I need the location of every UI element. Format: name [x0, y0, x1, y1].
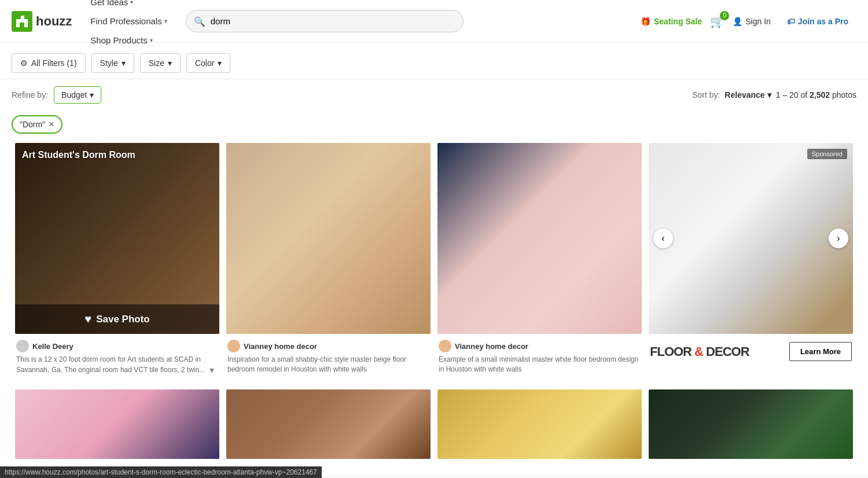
ad-card: Sponsored ‹ › FLOOR & DECOR Learn More [645, 143, 856, 389]
photo-card-8 [645, 389, 856, 470]
sort-dropdown[interactable]: Relevance ▾ [724, 90, 771, 100]
author-avatar-1 [16, 340, 29, 352]
photo-image-1[interactable]: Art Student's Dorm Room ♥ Save Photo [15, 143, 219, 334]
size-filter-button[interactable]: Size ▾ [140, 53, 181, 73]
author-avatar-3 [439, 340, 451, 352]
photo-author-3: Vianney home decor [439, 340, 641, 352]
photo-grid: Art Student's Dorm Room ♥ Save Photo Kel… [0, 143, 868, 389]
remove-filter-icon: ✕ [49, 120, 54, 128]
photo-image-8[interactable] [649, 389, 853, 459]
photo-card-3: Vianney home decor Example of a small mi… [434, 143, 645, 389]
ad-logo: FLOOR & DECOR [650, 344, 749, 359]
carousel-next-button[interactable]: › [829, 229, 848, 248]
photo-meta-1: Kelle Deery This is a 12 x 20 foot dorm … [15, 334, 219, 378]
refine-left: Refine by: Budget ▾ [12, 86, 101, 104]
photo-image-placeholder-7 [437, 389, 642, 459]
user-icon: 👤 [733, 17, 742, 26]
logo-text: houzz [36, 14, 72, 29]
ad-image[interactable]: Sponsored ‹ › [649, 143, 853, 334]
photo-image-6[interactable] [226, 389, 431, 459]
color-filter-button[interactable]: Color ▾ [186, 53, 230, 73]
expand-description-button-1[interactable]: ▾ [209, 365, 214, 376]
nav-shop-products[interactable]: Shop Products ▾ [83, 31, 174, 50]
author-avatar-2 [227, 340, 240, 352]
cart-button[interactable]: 🛒 0 [710, 14, 724, 28]
style-filter-button[interactable]: Style ▾ [91, 53, 134, 73]
budget-chevron-icon: ▾ [90, 90, 94, 100]
sort-chevron-icon: ▾ [767, 90, 771, 100]
get-ideas-chevron-icon: ▾ [130, 0, 133, 5]
sign-in-button[interactable]: 👤 Sign In [733, 17, 771, 26]
badge-icon: 🏷 [787, 17, 795, 26]
houzz-logo-icon [12, 11, 32, 32]
photo-desc-2: Inspiration for a small shabby-chic styl… [227, 355, 429, 374]
learn-more-button[interactable]: Learn More [789, 342, 852, 361]
color-chevron-icon: ▾ [218, 58, 222, 68]
photo-image-placeholder-6 [226, 389, 431, 459]
all-filters-button[interactable]: ⚙ All Filters (1) [12, 53, 86, 73]
budget-filter-button[interactable]: Budget ▾ [54, 86, 101, 104]
photo-meta-3: Vianney home decor Example of a small mi… [437, 334, 642, 377]
heart-icon: ♥ [84, 312, 91, 326]
photo-image-2[interactable] [226, 143, 431, 334]
photo-image-3[interactable] [437, 143, 642, 334]
photo-card-2: Vianney home decor Inspiration for a sma… [223, 143, 434, 389]
search-bar: 🔍 [186, 10, 464, 32]
save-photo-button-1[interactable]: ♥ Save Photo [15, 304, 219, 334]
nav-find-professionals[interactable]: Find Professionals ▾ [83, 12, 174, 31]
photo-image-placeholder-8 [649, 389, 853, 459]
find-professionals-chevron-icon: ▾ [164, 18, 167, 24]
size-chevron-icon: ▾ [168, 58, 172, 68]
photo-card-7 [434, 389, 645, 470]
active-filters: "Dorm" ✕ [0, 111, 868, 143]
photo-card-5 [12, 389, 223, 470]
cart-badge: 0 [720, 11, 729, 20]
ad-image-placeholder [649, 143, 853, 334]
sponsored-badge: Sponsored [807, 149, 847, 159]
photo-card-1: Art Student's Dorm Room ♥ Save Photo Kel… [12, 143, 223, 389]
refine-label: Refine by: [12, 90, 48, 100]
photo-image-placeholder-3 [437, 143, 642, 334]
gift-icon: 🎁 [641, 17, 650, 26]
photo-image-7[interactable] [437, 389, 642, 459]
main-nav: Get Ideas ▾ Find Professionals ▾ Shop Pr… [83, 0, 174, 50]
nav-get-ideas[interactable]: Get Ideas ▾ [83, 0, 174, 12]
search-input[interactable] [186, 10, 464, 32]
search-icon: 🔍 [194, 16, 205, 27]
carousel-prev-button[interactable]: ‹ [653, 229, 673, 248]
dorm-filter-tag[interactable]: "Dorm" ✕ [12, 115, 62, 134]
shop-products-chevron-icon: ▾ [150, 37, 153, 43]
photo-author-2: Vianney home decor [227, 340, 429, 352]
photo-meta-2: Vianney home decor Inspiration for a sma… [226, 334, 431, 377]
seating-sale-button[interactable]: 🎁 Seating Sale [641, 17, 702, 26]
photo-title-1: Art Student's Dorm Room [22, 150, 135, 160]
photo-image-5[interactable] [15, 389, 219, 459]
photo-count: 1 – 20 of 2,502 photos [776, 90, 856, 100]
photo-grid-row2 [0, 389, 868, 470]
header: houzz Get Ideas ▾ Find Professionals ▾ S… [0, 0, 868, 43]
photo-image-placeholder-2 [226, 143, 431, 334]
join-pro-button[interactable]: 🏷 Join as a Pro [779, 12, 856, 31]
sliders-icon: ⚙ [20, 58, 28, 68]
style-chevron-icon: ▾ [122, 58, 126, 68]
status-bar: https://www.houzz.com/photos/art-student… [0, 466, 322, 478]
photo-desc-1: This is a 12 x 20 foot dorm room for Art… [16, 355, 218, 376]
ad-bottom: FLOOR & DECOR Learn More [649, 334, 853, 363]
photo-image-placeholder-5 [15, 389, 219, 459]
sort-controls: Sort by: Relevance ▾ 1 – 20 of 2,502 pho… [692, 90, 856, 100]
photo-card-6 [223, 389, 434, 470]
logo[interactable]: houzz [12, 11, 72, 32]
photo-desc-3: Example of a small minimalist master whi… [439, 355, 641, 374]
header-right: 🎁 Seating Sale 🛒 0 👤 Sign In 🏷 Join as a… [641, 12, 856, 31]
refine-bar: Refine by: Budget ▾ Sort by: Relevance ▾… [0, 79, 868, 111]
photo-author-1: Kelle Deery [16, 340, 218, 352]
